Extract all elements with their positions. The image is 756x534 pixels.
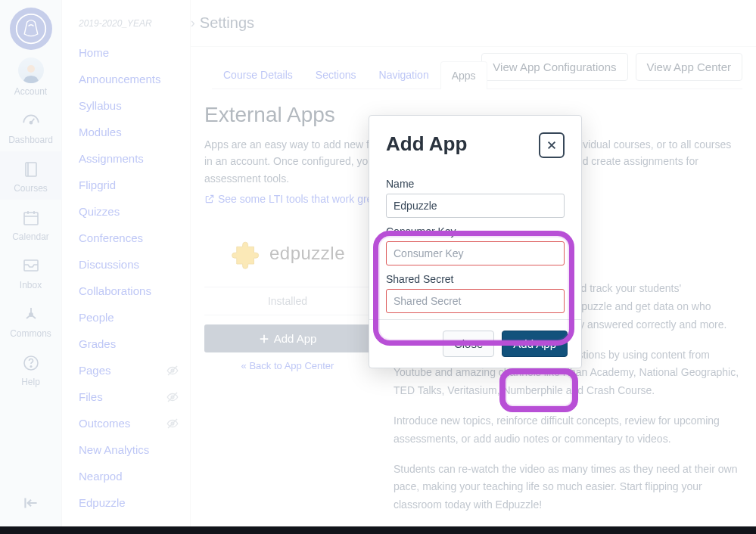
course-nav-item[interactable]: Pages [62,357,190,383]
trojan-logo-icon [15,13,47,45]
school-logo[interactable] [10,8,52,50]
view-configurations-button[interactable]: View App Configurations [481,53,627,81]
modal-add-app-button[interactable]: Add App [502,331,568,357]
gnav-calendar[interactable]: Calendar [0,200,62,248]
gnav-inbox[interactable]: Inbox [0,248,62,296]
plus-icon [259,334,269,344]
course-nav-item[interactable]: Grades [62,331,190,357]
modal-close-text-button[interactable]: Close [443,331,494,357]
name-label: Name [386,178,565,190]
course-nav-item[interactable]: New Analytics [62,436,190,463]
course-nav: 2019-2020_YEAR HomeAnnouncementsSyllabus… [62,0,191,529]
course-nav-item[interactable]: Collaborations [62,278,190,304]
consumer-key-label: Consumer Key [386,225,565,238]
consumer-key-input[interactable] [386,241,565,265]
shared-secret-label: Shared Secret [386,273,565,285]
gnav-label: Calendar [0,231,62,242]
svg-rect-4 [24,213,38,225]
term-label: 2019-2020_YEAR [62,11,190,29]
modal-title: Add App [386,132,467,156]
course-nav-item[interactable]: Syllabus [62,92,190,119]
course-nav-item[interactable]: Home [62,39,190,66]
course-nav-item[interactable]: Announcements [62,66,190,92]
course-nav-item[interactable]: Discussions [62,251,190,278]
collapse-nav-icon[interactable] [21,493,41,516]
course-nav-item[interactable]: Nearpod [62,463,190,489]
course-nav-item[interactable]: Outcomes [62,410,190,436]
svg-point-8 [30,366,32,368]
installed-label: Installed [204,287,371,315]
course-nav-item[interactable]: Files [62,383,190,410]
gnav-label: Dashboard [0,135,62,145]
modal-footer: Close Add App [369,319,581,368]
course-nav-item[interactable]: Assignments [62,145,190,172]
svg-point-1 [27,65,35,73]
dashboard-icon [20,110,42,132]
name-input[interactable] [386,194,565,218]
inbox-icon [20,256,42,277]
app-left-column: edpuzzle Installed Add App « Back to App… [204,223,371,371]
svg-rect-5 [24,260,38,271]
modal-body: Name Consumer Key Shared Secret [369,163,581,319]
help-icon [20,352,42,374]
global-nav: Account Dashboard Courses Calendar Inbox… [0,0,62,529]
calendar-icon [20,207,42,228]
add-app-modal: Add App Name Consumer Key Shared Secret … [369,115,582,368]
add-app-bar-button[interactable]: Add App [204,324,371,352]
edpuzzle-logo: edpuzzle [219,223,356,284]
gnav-label: Commons [0,328,62,339]
add-app-bar-label: Add App [274,332,317,345]
gnav-label: Account [0,86,62,97]
puzzle-piece-icon [230,238,262,269]
tab-navigation[interactable]: Navigation [368,61,440,88]
course-nav-item[interactable]: Flipgrid [62,172,190,198]
tab-sections[interactable]: Sections [304,61,368,88]
hidden-eye-icon [166,364,179,380]
app-description-paragraph: Introduce new topics, reinforce difficul… [394,412,742,449]
svg-rect-3 [26,163,36,176]
commons-icon [20,304,42,325]
logo-text: edpuzzle [269,243,345,264]
course-nav-item[interactable]: Conferences [62,225,190,251]
gnav-courses[interactable]: Courses [0,151,62,200]
gnav-account[interactable]: Account [0,50,62,103]
modal-close-button[interactable] [539,132,565,158]
app-description-paragraph: Students can re-watch the video as many … [394,461,742,514]
gnav-label: Help [0,377,62,387]
svg-point-6 [30,313,33,316]
page-actions: View App Configurations View App Center [481,53,742,81]
course-nav-item[interactable]: Modules [62,119,190,145]
tab-apps[interactable]: Apps [440,61,487,89]
svg-point-2 [30,122,32,124]
course-nav-item[interactable]: People [62,304,190,331]
breadcrumb-page: Settings [200,14,254,32]
course-nav-item[interactable]: Quizzes [62,198,190,225]
tab-course-details[interactable]: Course Details [212,61,304,88]
footer-bar [0,526,756,534]
gnav-commons[interactable]: Commons [0,296,62,345]
person-icon [20,61,42,83]
modal-header: Add App [369,116,581,163]
hidden-eye-icon [166,390,179,406]
gnav-label: Courses [0,183,62,194]
hidden-eye-icon [166,417,179,433]
shared-secret-input[interactable] [386,289,565,313]
gnav-help[interactable]: Help [0,345,62,393]
close-icon [546,140,557,151]
book-icon [20,159,42,180]
svg-point-0 [16,14,45,44]
course-nav-item[interactable]: Edpuzzle [62,489,190,516]
avatar [18,57,44,83]
view-app-center-button[interactable]: View App Center [636,53,742,81]
back-to-app-center-link[interactable]: « Back to App Center [241,360,334,371]
gnav-dashboard[interactable]: Dashboard [0,103,62,151]
external-link-icon [204,194,215,204]
gnav-label: Inbox [0,280,62,290]
breadcrumb-sep: › [191,15,195,31]
